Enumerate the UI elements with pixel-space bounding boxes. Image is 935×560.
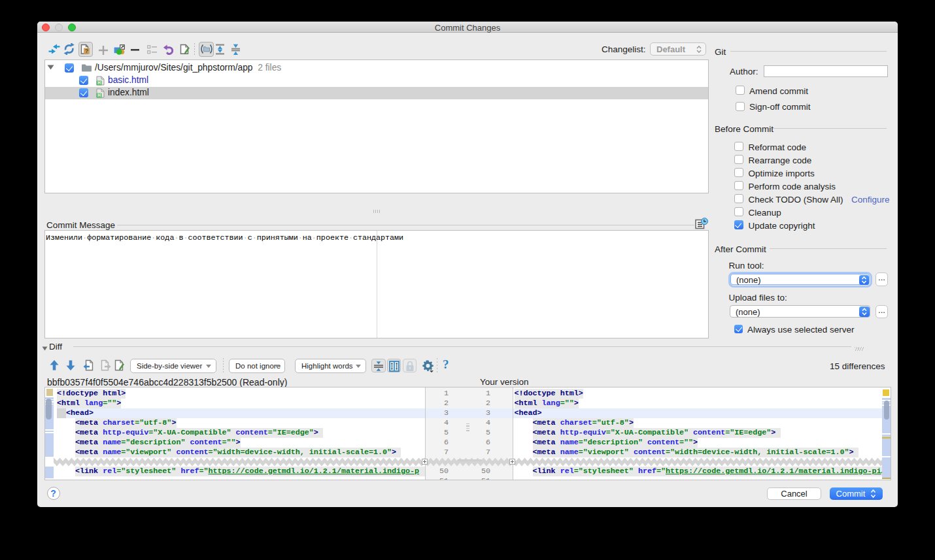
- svg-text:?: ?: [85, 48, 89, 54]
- svg-text:H: H: [97, 93, 101, 97]
- svg-text:H: H: [97, 80, 101, 85]
